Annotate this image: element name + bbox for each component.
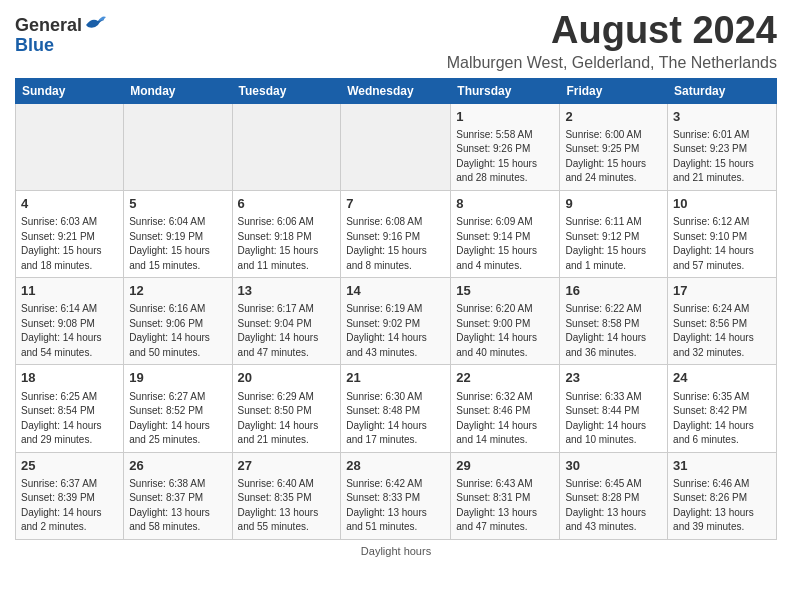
day-info: Sunrise: 6:08 AM Sunset: 9:16 PM Dayligh… (346, 215, 445, 273)
day-number: 4 (21, 195, 118, 213)
calendar-cell: 5Sunrise: 6:04 AM Sunset: 9:19 PM Daylig… (124, 190, 232, 277)
calendar-cell: 17Sunrise: 6:24 AM Sunset: 8:56 PM Dayli… (668, 278, 777, 365)
day-number: 15 (456, 282, 554, 300)
day-number: 10 (673, 195, 771, 213)
calendar-header-row: SundayMondayTuesdayWednesdayThursdayFrid… (16, 78, 777, 103)
day-info: Sunrise: 6:27 AM Sunset: 8:52 PM Dayligh… (129, 390, 226, 448)
calendar-header-tuesday: Tuesday (232, 78, 341, 103)
day-number: 21 (346, 369, 445, 387)
day-number: 1 (456, 108, 554, 126)
day-number: 31 (673, 457, 771, 475)
calendar-cell: 2Sunrise: 6:00 AM Sunset: 9:25 PM Daylig… (560, 103, 668, 190)
day-info: Sunrise: 6:11 AM Sunset: 9:12 PM Dayligh… (565, 215, 662, 273)
day-info: Sunrise: 6:03 AM Sunset: 9:21 PM Dayligh… (21, 215, 118, 273)
calendar-cell: 19Sunrise: 6:27 AM Sunset: 8:52 PM Dayli… (124, 365, 232, 452)
day-info: Sunrise: 6:32 AM Sunset: 8:46 PM Dayligh… (456, 390, 554, 448)
day-info: Sunrise: 5:58 AM Sunset: 9:26 PM Dayligh… (456, 128, 554, 186)
main-title: August 2024 (447, 10, 777, 52)
day-info: Sunrise: 6:33 AM Sunset: 8:44 PM Dayligh… (565, 390, 662, 448)
calendar-cell: 29Sunrise: 6:43 AM Sunset: 8:31 PM Dayli… (451, 452, 560, 539)
day-info: Sunrise: 6:17 AM Sunset: 9:04 PM Dayligh… (238, 302, 336, 360)
day-info: Sunrise: 6:20 AM Sunset: 9:00 PM Dayligh… (456, 302, 554, 360)
calendar-cell: 20Sunrise: 6:29 AM Sunset: 8:50 PM Dayli… (232, 365, 341, 452)
calendar-week-row: 11Sunrise: 6:14 AM Sunset: 9:08 PM Dayli… (16, 278, 777, 365)
day-number: 18 (21, 369, 118, 387)
calendar-header-sunday: Sunday (16, 78, 124, 103)
calendar-cell: 31Sunrise: 6:46 AM Sunset: 8:26 PM Dayli… (668, 452, 777, 539)
calendar-cell (232, 103, 341, 190)
calendar-cell: 16Sunrise: 6:22 AM Sunset: 8:58 PM Dayli… (560, 278, 668, 365)
day-number: 9 (565, 195, 662, 213)
calendar-header-thursday: Thursday (451, 78, 560, 103)
day-info: Sunrise: 6:16 AM Sunset: 9:06 PM Dayligh… (129, 302, 226, 360)
calendar-cell: 9Sunrise: 6:11 AM Sunset: 9:12 PM Daylig… (560, 190, 668, 277)
calendar-cell: 11Sunrise: 6:14 AM Sunset: 9:08 PM Dayli… (16, 278, 124, 365)
calendar-cell: 15Sunrise: 6:20 AM Sunset: 9:00 PM Dayli… (451, 278, 560, 365)
day-number: 23 (565, 369, 662, 387)
header: General Blue August 2024 Malburgen West,… (15, 10, 777, 72)
calendar-cell: 27Sunrise: 6:40 AM Sunset: 8:35 PM Dayli… (232, 452, 341, 539)
calendar-cell: 13Sunrise: 6:17 AM Sunset: 9:04 PM Dayli… (232, 278, 341, 365)
title-section: August 2024 Malburgen West, Gelderland, … (447, 10, 777, 72)
day-number: 26 (129, 457, 226, 475)
day-info: Sunrise: 6:37 AM Sunset: 8:39 PM Dayligh… (21, 477, 118, 535)
day-info: Sunrise: 6:29 AM Sunset: 8:50 PM Dayligh… (238, 390, 336, 448)
day-number: 13 (238, 282, 336, 300)
day-info: Sunrise: 6:25 AM Sunset: 8:54 PM Dayligh… (21, 390, 118, 448)
footer-text: Daylight hours (361, 545, 431, 557)
calendar-cell: 7Sunrise: 6:08 AM Sunset: 9:16 PM Daylig… (341, 190, 451, 277)
calendar-cell: 12Sunrise: 6:16 AM Sunset: 9:06 PM Dayli… (124, 278, 232, 365)
day-number: 8 (456, 195, 554, 213)
day-info: Sunrise: 6:14 AM Sunset: 9:08 PM Dayligh… (21, 302, 118, 360)
day-number: 3 (673, 108, 771, 126)
day-info: Sunrise: 6:43 AM Sunset: 8:31 PM Dayligh… (456, 477, 554, 535)
logo-bird-icon (84, 15, 106, 35)
day-number: 11 (21, 282, 118, 300)
day-number: 20 (238, 369, 336, 387)
day-number: 7 (346, 195, 445, 213)
calendar-header-saturday: Saturday (668, 78, 777, 103)
calendar-week-row: 18Sunrise: 6:25 AM Sunset: 8:54 PM Dayli… (16, 365, 777, 452)
calendar-week-row: 25Sunrise: 6:37 AM Sunset: 8:39 PM Dayli… (16, 452, 777, 539)
day-number: 29 (456, 457, 554, 475)
calendar-week-row: 4Sunrise: 6:03 AM Sunset: 9:21 PM Daylig… (16, 190, 777, 277)
day-info: Sunrise: 6:30 AM Sunset: 8:48 PM Dayligh… (346, 390, 445, 448)
calendar-cell: 10Sunrise: 6:12 AM Sunset: 9:10 PM Dayli… (668, 190, 777, 277)
logo-general-text: General (15, 16, 82, 36)
day-info: Sunrise: 6:38 AM Sunset: 8:37 PM Dayligh… (129, 477, 226, 535)
logo: General Blue (15, 16, 106, 56)
calendar-cell: 4Sunrise: 6:03 AM Sunset: 9:21 PM Daylig… (16, 190, 124, 277)
calendar-cell: 8Sunrise: 6:09 AM Sunset: 9:14 PM Daylig… (451, 190, 560, 277)
calendar-cell (124, 103, 232, 190)
calendar-cell: 26Sunrise: 6:38 AM Sunset: 8:37 PM Dayli… (124, 452, 232, 539)
calendar-cell: 25Sunrise: 6:37 AM Sunset: 8:39 PM Dayli… (16, 452, 124, 539)
day-number: 5 (129, 195, 226, 213)
day-number: 24 (673, 369, 771, 387)
calendar-table: SundayMondayTuesdayWednesdayThursdayFrid… (15, 78, 777, 540)
day-number: 22 (456, 369, 554, 387)
calendar-cell: 3Sunrise: 6:01 AM Sunset: 9:23 PM Daylig… (668, 103, 777, 190)
calendar-cell: 18Sunrise: 6:25 AM Sunset: 8:54 PM Dayli… (16, 365, 124, 452)
calendar-cell (341, 103, 451, 190)
day-info: Sunrise: 6:42 AM Sunset: 8:33 PM Dayligh… (346, 477, 445, 535)
day-number: 17 (673, 282, 771, 300)
day-number: 6 (238, 195, 336, 213)
day-info: Sunrise: 6:45 AM Sunset: 8:28 PM Dayligh… (565, 477, 662, 535)
day-info: Sunrise: 6:24 AM Sunset: 8:56 PM Dayligh… (673, 302, 771, 360)
day-number: 28 (346, 457, 445, 475)
day-info: Sunrise: 6:00 AM Sunset: 9:25 PM Dayligh… (565, 128, 662, 186)
calendar-cell: 28Sunrise: 6:42 AM Sunset: 8:33 PM Dayli… (341, 452, 451, 539)
day-info: Sunrise: 6:06 AM Sunset: 9:18 PM Dayligh… (238, 215, 336, 273)
subtitle: Malburgen West, Gelderland, The Netherla… (447, 54, 777, 72)
calendar-cell: 24Sunrise: 6:35 AM Sunset: 8:42 PM Dayli… (668, 365, 777, 452)
day-number: 27 (238, 457, 336, 475)
day-number: 12 (129, 282, 226, 300)
calendar-cell: 30Sunrise: 6:45 AM Sunset: 8:28 PM Dayli… (560, 452, 668, 539)
calendar-header-friday: Friday (560, 78, 668, 103)
day-number: 14 (346, 282, 445, 300)
day-info: Sunrise: 6:46 AM Sunset: 8:26 PM Dayligh… (673, 477, 771, 535)
calendar-cell: 6Sunrise: 6:06 AM Sunset: 9:18 PM Daylig… (232, 190, 341, 277)
calendar-week-row: 1Sunrise: 5:58 AM Sunset: 9:26 PM Daylig… (16, 103, 777, 190)
calendar-cell: 14Sunrise: 6:19 AM Sunset: 9:02 PM Dayli… (341, 278, 451, 365)
day-info: Sunrise: 6:09 AM Sunset: 9:14 PM Dayligh… (456, 215, 554, 273)
